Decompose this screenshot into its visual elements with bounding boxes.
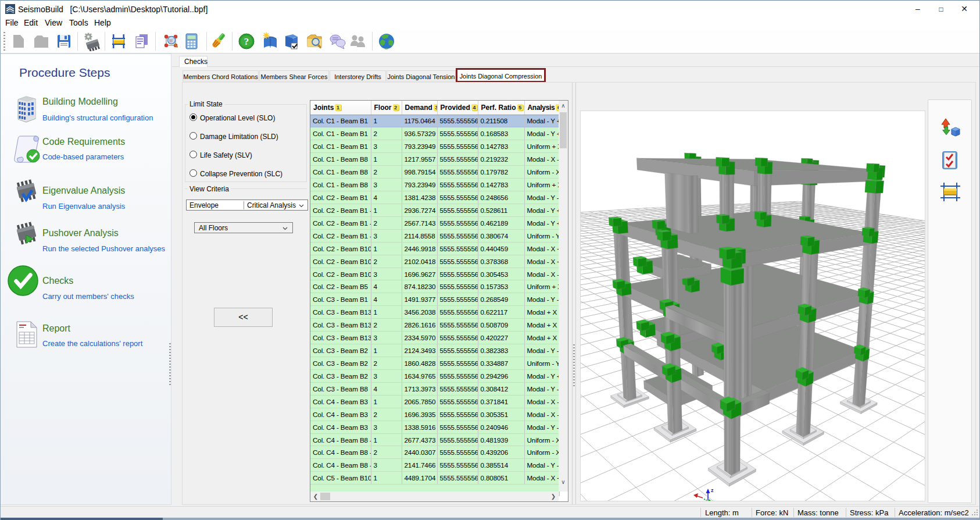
svg-text:z: z	[711, 487, 714, 493]
svg-text:?: ?	[244, 36, 249, 47]
